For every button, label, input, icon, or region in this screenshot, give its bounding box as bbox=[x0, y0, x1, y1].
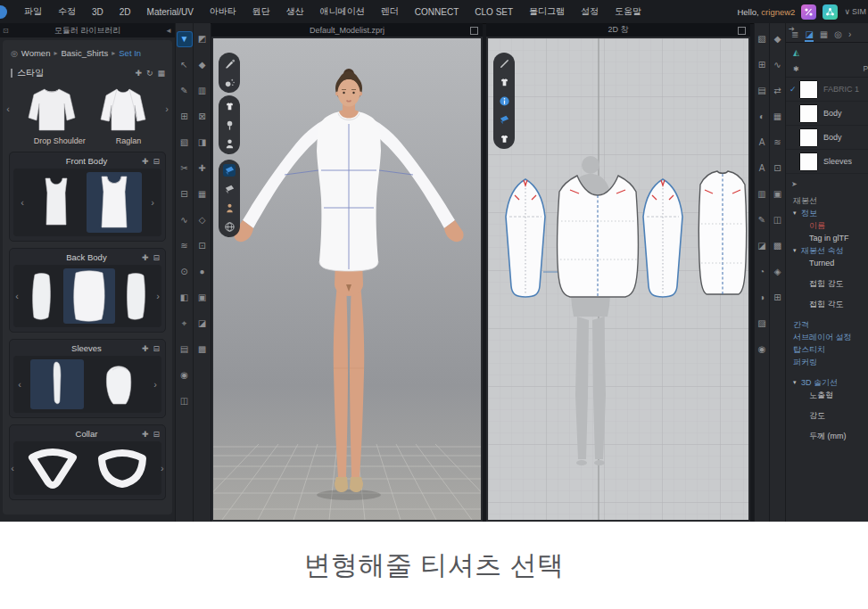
pattern-2d-tool-7[interactable]: ◔ bbox=[755, 265, 769, 279]
property-row[interactable]: ▾ 두께 (mm) bbox=[786, 431, 868, 441]
avatar-visibility-icon[interactable] bbox=[223, 137, 236, 150]
tape-tool[interactable]: ▤ bbox=[178, 342, 192, 357]
panel-expand-icon[interactable]: ➔ bbox=[789, 25, 795, 33]
add-back-body-button[interactable]: ✚ bbox=[142, 253, 149, 262]
pin-tool[interactable]: ⊙ bbox=[178, 265, 192, 279]
menu-item[interactable]: 설정 bbox=[573, 5, 607, 18]
garment-tool-6[interactable]: ✚ bbox=[195, 161, 210, 176]
property-row[interactable]: ▾ 노출형 bbox=[786, 390, 868, 400]
garment-tool-11[interactable]: ▣ bbox=[195, 291, 210, 305]
md-app-icon[interactable] bbox=[801, 4, 816, 20]
trace-tool[interactable]: ▧ bbox=[178, 136, 192, 150]
menu-item[interactable]: CONNECT bbox=[407, 7, 467, 17]
edit-pattern-tool[interactable]: ⊞ bbox=[178, 110, 192, 124]
Body[interactable]: ✓ Body bbox=[786, 126, 868, 150]
panel-dock-icon[interactable]: ⊡ bbox=[3, 27, 9, 35]
garment-tool-9[interactable]: ⊡ bbox=[195, 239, 210, 253]
menu-item[interactable]: CLO SET bbox=[467, 7, 521, 17]
property-row[interactable]: ▾ 탑스티치 bbox=[786, 344, 868, 355]
spray-icon[interactable] bbox=[223, 76, 236, 88]
property-row[interactable]: ▾ 재봉선 속성 bbox=[786, 245, 868, 256]
maximize-icon[interactable] bbox=[470, 27, 478, 35]
notch-tool[interactable]: ⊟ bbox=[178, 187, 192, 202]
username[interactable]: crignew2 bbox=[761, 7, 795, 17]
back-body-thumb-1[interactable] bbox=[26, 271, 56, 321]
grading-tool-1[interactable]: ◆ bbox=[771, 32, 785, 46]
menu-item[interactable]: 렌더 bbox=[373, 5, 407, 18]
property-row[interactable]: ▾ 재봉선 bbox=[786, 195, 868, 206]
add-style-button[interactable]: ✚ bbox=[135, 69, 142, 78]
pin-icon[interactable] bbox=[223, 119, 236, 131]
fabric-blue-icon[interactable] bbox=[498, 113, 510, 126]
shirt-white-icon[interactable] bbox=[498, 132, 510, 144]
seam-tool[interactable]: ∿ bbox=[178, 213, 192, 227]
menu-item[interactable]: 2D bbox=[112, 7, 139, 17]
property-row[interactable]: ▾ 3D 솔기선 bbox=[786, 377, 868, 388]
mannequin-icon[interactable] bbox=[223, 202, 236, 214]
pattern-2d-tool-1[interactable]: ▧ bbox=[755, 32, 769, 46]
add-sleeve-button[interactable]: ✚ bbox=[142, 344, 149, 353]
tab-trim[interactable]: ◎ bbox=[834, 30, 842, 42]
text-tool[interactable]: A bbox=[755, 136, 769, 150]
stitch-tool[interactable]: ≋ bbox=[178, 239, 192, 253]
tab-fabric[interactable]: ◪ bbox=[805, 30, 813, 42]
pattern-2d-tool-9[interactable]: ▨ bbox=[755, 317, 769, 331]
garment-visibility-icon[interactable] bbox=[223, 100, 236, 112]
pattern-2d-tool-3[interactable]: ▤ bbox=[755, 84, 769, 98]
view-mode-button[interactable]: ▦ bbox=[157, 69, 165, 78]
garment-tool-1[interactable]: ◩ bbox=[195, 32, 210, 46]
grading-tool-2[interactable]: ∿ bbox=[771, 58, 785, 72]
delete-front-body-button[interactable]: ⊟ bbox=[153, 157, 160, 166]
brush-icon[interactable] bbox=[223, 57, 236, 70]
canvas-3d[interactable] bbox=[213, 38, 481, 520]
menu-item[interactable]: 몰디그램 bbox=[521, 5, 573, 18]
grading-tool-6[interactable]: ⊡ bbox=[771, 161, 785, 176]
cut-sew-tool[interactable]: ✂ bbox=[178, 161, 192, 176]
app-logo-icon[interactable] bbox=[0, 5, 7, 19]
delete-back-body-button[interactable]: ⊟ bbox=[153, 253, 160, 262]
garment-tool-7[interactable]: ▦ bbox=[195, 187, 210, 202]
globe-icon[interactable] bbox=[223, 220, 236, 233]
garment-tool-13[interactable]: ▩ bbox=[195, 342, 210, 357]
menu-item[interactable]: 생산 bbox=[278, 5, 312, 18]
grading-tool-5[interactable]: ≋ bbox=[771, 136, 785, 150]
property-row[interactable]: ▾ 퍼커링 bbox=[786, 357, 868, 367]
next-front-body-button[interactable]: › bbox=[149, 197, 156, 208]
next-sleeve-button[interactable]: › bbox=[152, 379, 159, 390]
pen-line-icon[interactable] bbox=[498, 57, 510, 70]
property-row[interactable]: ▾ Tag in glTF bbox=[786, 233, 868, 243]
front-body-thumb-1[interactable] bbox=[33, 175, 79, 230]
menu-item[interactable]: 애니메이션 bbox=[312, 5, 373, 18]
collar-thumb-vneck[interactable] bbox=[21, 445, 84, 491]
garment-tool-12[interactable]: ◪ bbox=[195, 317, 210, 331]
prev-collar-button[interactable]: ‹ bbox=[11, 463, 14, 473]
pattern-piece-back-body[interactable] bbox=[699, 171, 746, 294]
fabric-view-icon[interactable] bbox=[223, 164, 236, 177]
grading-tool-3[interactable]: ⇄ bbox=[771, 84, 785, 98]
panel-collapse-icon[interactable]: ◄ bbox=[165, 27, 172, 35]
fold-arrange-tool[interactable]: ◧ bbox=[178, 291, 192, 305]
select-move-tool[interactable]: ↖ bbox=[178, 58, 192, 72]
garment-tool-8[interactable]: ◇ bbox=[195, 213, 210, 227]
grading-tool-11[interactable]: ⊞ bbox=[771, 291, 785, 305]
menu-item[interactable]: 도움말 bbox=[607, 5, 649, 18]
breadcrumb-leaf[interactable]: Set In bbox=[119, 48, 141, 58]
sleeve-thumb-1-selected[interactable] bbox=[30, 359, 84, 409]
delete-sleeve-button[interactable]: ⊟ bbox=[153, 344, 160, 353]
property-row[interactable]: ▾ 간격 bbox=[786, 319, 868, 330]
menu-item[interactable]: 3D bbox=[84, 7, 112, 17]
back-body-thumb-3[interactable] bbox=[122, 271, 149, 321]
tab-more[interactable]: › bbox=[848, 30, 851, 42]
prev-sleeve-button[interactable]: ‹ bbox=[16, 379, 23, 390]
add-collar-button[interactable]: ✚ bbox=[142, 430, 149, 439]
back-body-thumb-2-selected[interactable] bbox=[63, 268, 115, 324]
menu-item[interactable]: 원단 bbox=[244, 5, 278, 18]
breadcrumb-mid[interactable]: Basic_Shirts bbox=[61, 48, 108, 58]
maximize-icon[interactable] bbox=[738, 27, 746, 35]
prev-back-body-button[interactable]: ‹ bbox=[15, 291, 19, 301]
pen-tool[interactable]: ✎ bbox=[178, 84, 192, 98]
property-row[interactable]: ▾ 서브레이어 설정 bbox=[786, 332, 868, 342]
pattern-2d-tool-10[interactable]: ◉ bbox=[755, 342, 769, 357]
grading-tool-8[interactable]: ◫ bbox=[771, 213, 785, 227]
Sleeves[interactable]: ✓ Sleeves bbox=[786, 150, 868, 174]
